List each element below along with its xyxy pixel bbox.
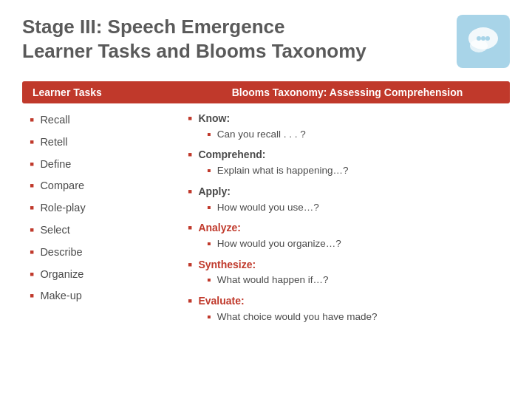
bullet-icon: ▪ [30,179,34,194]
learner-item-label: Make-up [40,289,81,303]
bullet-icon: ▪ [207,164,211,177]
bullet-icon: ▪ [188,148,192,163]
list-item: ▪ Select [22,219,185,242]
learner-item-label: Define [40,157,71,171]
taxonomy-main-apply: ▪ Apply: [185,183,510,200]
main-columns: Learner Tasks ▪ Recall ▪ Retell ▪ Define… [22,81,510,328]
svg-point-4 [485,36,490,41]
svg-point-1 [470,39,488,52]
header: Stage III: Speech Emergence Learner Task… [22,15,510,68]
right-column-header: Blooms Taxonomy: Assessing Comprehension [185,81,510,103]
taxonomy-sub-comprehend: ▪ Explain what is happening…? [185,163,510,178]
taxonomy-label: Comprehend: [198,148,265,161]
list-item: ▪ Role-play [22,197,185,219]
list-item: ▪ Organize [22,264,185,286]
taxonomy-section-evaluate: ▪ Evaluate: ▪ What choice would you have… [185,292,510,324]
taxonomy-label: Synthesize: [198,258,256,271]
taxonomy-sub-know: ▪ Can you recall . . . ? [185,127,510,142]
taxonomy-section-know: ▪ Know: ▪ Can you recall . . . ? [185,109,510,141]
taxonomy-section-synthesize: ▪ Synthesize: ▪ What would happen if…? [185,256,510,287]
taxonomy-label: Analyze: [198,221,241,234]
bullet-icon: ▪ [30,157,34,172]
taxonomy-section-comprehend: ▪ Comprehend: ▪ Explain what is happenin… [185,146,510,177]
taxonomy-sub-synthesize: ▪ What would happen if…? [185,273,510,287]
bullet-icon: ▪ [188,221,192,236]
left-column: Learner Tasks ▪ Recall ▪ Retell ▪ Define… [22,81,185,328]
bullet-icon: ▪ [188,294,192,309]
taxonomy-main-know: ▪ Know: [185,109,510,127]
taxonomy-label: Know: [198,112,230,125]
bullet-icon: ▪ [30,223,34,238]
learner-item-label: Compare [40,179,84,193]
bullet-icon: ▪ [30,201,34,216]
bullet-icon: ▪ [30,113,34,128]
taxonomy-sub-evaluate: ▪ What choice would you have made? [185,310,510,324]
taxonomy-label: Apply: [198,185,231,198]
list-item: ▪ Describe [22,242,185,264]
taxonomy-sub-text: Can you recall . . . ? [217,128,306,141]
bullet-icon: ▪ [30,135,34,150]
taxonomy-main-evaluate: ▪ Evaluate: [185,292,510,310]
taxonomy-main-comprehend: ▪ Comprehend: [185,146,510,163]
taxonomy-main-synthesize: ▪ Synthesize: [185,256,510,273]
learner-item-label: Retell [40,135,67,149]
bullet-icon: ▪ [207,201,211,214]
taxonomy-sub-apply: ▪ How would you use…? [185,200,510,215]
bullet-icon: ▪ [207,128,211,141]
page-title: Stage III: Speech Emergence Learner Task… [22,15,366,63]
list-item: ▪ Retell [22,132,185,154]
header-icon [457,15,510,68]
bullet-icon: ▪ [207,237,211,250]
bullet-icon: ▪ [30,289,34,304]
learner-items-list: ▪ Recall ▪ Retell ▪ Define ▪ Compare ▪ [22,109,185,307]
learner-item-label: Select [40,223,69,237]
title-line2: Learner Tasks and Blooms Taxonomy [22,40,366,62]
taxonomy-section-analyze: ▪ Analyze: ▪ How would you organize…? [185,219,510,250]
learner-item-label: Recall [40,113,69,127]
svg-point-3 [481,36,485,41]
bullet-icon: ▪ [207,310,211,324]
page: Stage III: Speech Emergence Learner Task… [0,0,532,399]
taxonomy-sub-text: Explain what is happening…? [217,164,349,177]
right-column: Blooms Taxonomy: Assessing Comprehension… [185,81,510,328]
list-item: ▪ Recall [22,109,185,132]
learner-item-label: Organize [40,267,83,282]
list-item: ▪ Compare [22,175,185,197]
taxonomy-main-analyze: ▪ Analyze: [185,219,510,236]
bullet-icon: ▪ [188,258,192,273]
list-item: ▪ Make-up [22,285,185,307]
bullet-icon: ▪ [30,267,34,282]
bullet-icon: ▪ [188,112,192,126]
taxonomy-sub-text: What choice would you have made? [217,310,378,324]
taxonomy-label: Evaluate: [198,294,244,307]
left-column-header: Learner Tasks [22,81,185,103]
taxonomy-sub-text: How would you organize…? [217,237,341,250]
taxonomy-sub-text: How would you use…? [217,201,319,214]
taxonomy-sub-text: What would happen if…? [217,273,329,287]
bullet-icon: ▪ [207,273,211,287]
learner-item-label: Describe [40,245,82,259]
title-line1: Stage III: Speech Emergence [22,16,284,38]
bullet-icon: ▪ [30,245,34,260]
taxonomy-section-apply: ▪ Apply: ▪ How would you use…? [185,183,510,214]
bullet-icon: ▪ [188,185,192,200]
speech-bubble-icon [464,22,502,61]
list-item: ▪ Define [22,154,185,176]
taxonomy-sub-analyze: ▪ How would you organize…? [185,236,510,251]
svg-point-2 [477,36,481,41]
learner-item-label: Role-play [40,201,85,215]
